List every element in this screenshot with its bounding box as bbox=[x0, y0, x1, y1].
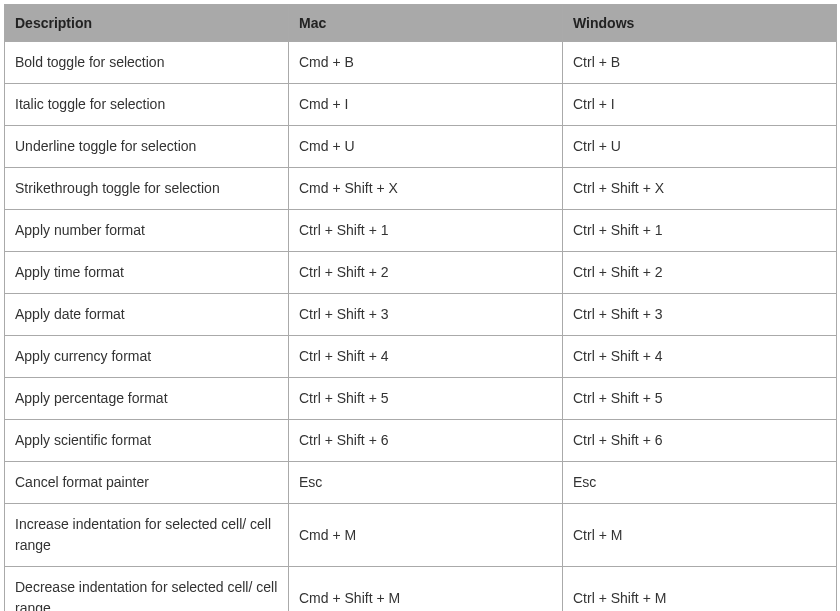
table-row: Apply scientific format Ctrl + Shift + 6… bbox=[5, 420, 837, 462]
table-row: Cancel format painter Esc Esc bbox=[5, 462, 837, 504]
cell-mac: Ctrl + Shift + 6 bbox=[289, 420, 563, 462]
cell-description: Apply scientific format bbox=[5, 420, 289, 462]
cell-mac: Ctrl + Shift + 4 bbox=[289, 336, 563, 378]
cell-description: Apply time format bbox=[5, 252, 289, 294]
cell-mac: Esc bbox=[289, 462, 563, 504]
cell-description: Cancel format painter bbox=[5, 462, 289, 504]
cell-windows: Ctrl + U bbox=[563, 126, 837, 168]
cell-windows: Ctrl + I bbox=[563, 84, 837, 126]
cell-description: Apply number format bbox=[5, 210, 289, 252]
cell-windows: Ctrl + Shift + M bbox=[563, 567, 837, 612]
cell-mac: Cmd + U bbox=[289, 126, 563, 168]
cell-windows: Ctrl + M bbox=[563, 504, 837, 567]
cell-mac: Ctrl + Shift + 2 bbox=[289, 252, 563, 294]
cell-description: Bold toggle for selection bbox=[5, 42, 289, 84]
col-header-windows: Windows bbox=[563, 5, 837, 42]
table-row: Bold toggle for selection Cmd + B Ctrl +… bbox=[5, 42, 837, 84]
cell-mac: Ctrl + Shift + 3 bbox=[289, 294, 563, 336]
cell-mac: Cmd + I bbox=[289, 84, 563, 126]
table-row: Apply currency format Ctrl + Shift + 4 C… bbox=[5, 336, 837, 378]
cell-windows: Ctrl + Shift + 3 bbox=[563, 294, 837, 336]
cell-mac: Cmd + Shift + X bbox=[289, 168, 563, 210]
cell-windows: Ctrl + Shift + 6 bbox=[563, 420, 837, 462]
col-header-mac: Mac bbox=[289, 5, 563, 42]
cell-windows: Ctrl + Shift + 2 bbox=[563, 252, 837, 294]
cell-windows: Ctrl + Shift + 1 bbox=[563, 210, 837, 252]
cell-description: Increase indentation for selected cell/ … bbox=[5, 504, 289, 567]
table-row: Apply date format Ctrl + Shift + 3 Ctrl … bbox=[5, 294, 837, 336]
table-row: Decrease indentation for selected cell/ … bbox=[5, 567, 837, 612]
cell-description: Strikethrough toggle for selection bbox=[5, 168, 289, 210]
shortcuts-table: Description Mac Windows Bold toggle for … bbox=[4, 4, 837, 611]
cell-windows: Ctrl + Shift + X bbox=[563, 168, 837, 210]
table-row: Apply time format Ctrl + Shift + 2 Ctrl … bbox=[5, 252, 837, 294]
cell-description: Apply currency format bbox=[5, 336, 289, 378]
table-row: Italic toggle for selection Cmd + I Ctrl… bbox=[5, 84, 837, 126]
cell-description: Decrease indentation for selected cell/ … bbox=[5, 567, 289, 612]
cell-description: Italic toggle for selection bbox=[5, 84, 289, 126]
cell-mac: Cmd + Shift + M bbox=[289, 567, 563, 612]
table-row: Apply percentage format Ctrl + Shift + 5… bbox=[5, 378, 837, 420]
cell-description: Apply date format bbox=[5, 294, 289, 336]
table-header-row: Description Mac Windows bbox=[5, 5, 837, 42]
cell-mac: Ctrl + Shift + 1 bbox=[289, 210, 563, 252]
table-row: Apply number format Ctrl + Shift + 1 Ctr… bbox=[5, 210, 837, 252]
cell-description: Apply percentage format bbox=[5, 378, 289, 420]
table-row: Strikethrough toggle for selection Cmd +… bbox=[5, 168, 837, 210]
table-row: Increase indentation for selected cell/ … bbox=[5, 504, 837, 567]
cell-windows: Ctrl + Shift + 4 bbox=[563, 336, 837, 378]
table-row: Underline toggle for selection Cmd + U C… bbox=[5, 126, 837, 168]
cell-description: Underline toggle for selection bbox=[5, 126, 289, 168]
cell-mac: Ctrl + Shift + 5 bbox=[289, 378, 563, 420]
cell-windows: Ctrl + Shift + 5 bbox=[563, 378, 837, 420]
cell-mac: Cmd + B bbox=[289, 42, 563, 84]
cell-windows: Ctrl + B bbox=[563, 42, 837, 84]
cell-mac: Cmd + M bbox=[289, 504, 563, 567]
cell-windows: Esc bbox=[563, 462, 837, 504]
col-header-description: Description bbox=[5, 5, 289, 42]
